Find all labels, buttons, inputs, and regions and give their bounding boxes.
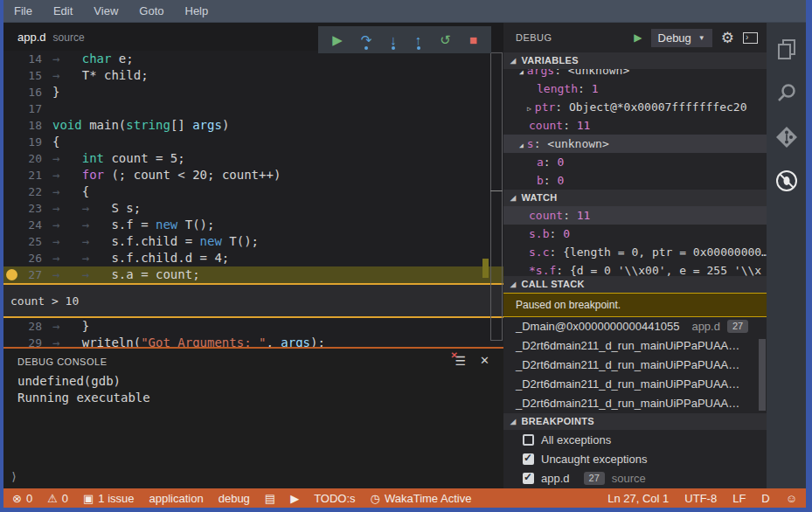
- callstack-frame-2[interactable]: _D2rt6dmain211_d_run_mainUiPPaPUAA…: [503, 356, 767, 375]
- status-warning-count[interactable]: ⚠0: [47, 492, 68, 505]
- gutter-18[interactable]: 18: [3, 117, 52, 134]
- checkbox-unchecked[interactable]: [523, 434, 534, 446]
- status-document[interactable]: ▤: [265, 493, 275, 504]
- variables-section-header[interactable]: ◢ VARIABLES: [503, 52, 767, 69]
- status-utf-8[interactable]: UTF-8: [684, 492, 717, 505]
- gutter-27[interactable]: 27: [3, 266, 52, 283]
- callstack-frame-0[interactable]: _Dmain@0x0000000000441055app.d27: [503, 317, 767, 336]
- step-out-icon[interactable]: ↑: [415, 33, 422, 46]
- start-debug-icon[interactable]: ▶: [634, 31, 642, 44]
- code-line-25[interactable]: 25→ → s.f.child = new T();: [3, 233, 503, 250]
- status-d[interactable]: D: [761, 492, 769, 505]
- status-lf[interactable]: LF: [732, 492, 746, 505]
- status-error-count[interactable]: ⊗0: [12, 492, 32, 505]
- restart-icon[interactable]: ↺: [440, 33, 451, 46]
- editor-scrollbar[interactable]: [490, 52, 503, 341]
- step-into-icon[interactable]: ↓: [390, 33, 397, 46]
- checkbox-checked[interactable]: [523, 473, 534, 484]
- code-line-15[interactable]: 15→ T* child;: [3, 67, 503, 84]
- clear-console-icon[interactable]: ☰✕: [455, 355, 467, 367]
- debug-config-dropdown[interactable]: Debug ▼: [651, 29, 712, 47]
- expanded-triangle-icon[interactable]: ◢: [519, 142, 527, 149]
- gutter-16[interactable]: 16: [3, 84, 52, 100]
- callstack-section-header[interactable]: ◢ CALL STACK: [503, 276, 767, 293]
- status-debug[interactable]: debug: [219, 492, 250, 505]
- status-run[interactable]: ▶: [290, 493, 299, 504]
- watch-section-header[interactable]: ◢ WATCH: [503, 190, 767, 206]
- callstack-frame-4[interactable]: _D2rt6dmain211_d_run_mainUiPPaPUAA…: [503, 394, 767, 413]
- gutter-19[interactable]: 19: [3, 134, 52, 150]
- gutter-14[interactable]: 14: [3, 51, 52, 67]
- variable-row-a[interactable]: a: 0: [503, 153, 767, 171]
- status-todo-s[interactable]: TODO:s: [314, 492, 355, 505]
- gutter-23[interactable]: 23: [3, 200, 52, 217]
- step-over-icon[interactable]: ↷: [361, 33, 372, 46]
- menu-item-goto[interactable]: Goto: [139, 4, 163, 17]
- gutter-15[interactable]: 15: [3, 67, 52, 84]
- code-line-19[interactable]: 19{: [3, 134, 503, 150]
- code-line-18[interactable]: 18void main(string[] args): [3, 117, 503, 134]
- open-console-icon[interactable]: ›: [743, 32, 758, 44]
- gutter-20[interactable]: 20: [3, 150, 52, 167]
- gutter-22[interactable]: 22: [3, 183, 52, 200]
- code-line-28[interactable]: 28→ }: [3, 318, 503, 335]
- watch-row-s-c[interactable]: s.c: {length = 0, ptr = 0x00000000…: [503, 243, 767, 261]
- breakpoint-row-all-exceptions[interactable]: All exceptions: [503, 430, 767, 449]
- breakpoint-row-uncaught-exceptions[interactable]: Uncaught exceptions: [503, 449, 767, 468]
- code-line-16[interactable]: 16}: [3, 84, 503, 100]
- variable-row-length[interactable]: length: 1: [503, 80, 767, 98]
- code-editor[interactable]: 14→ char e;15→ T* child;16}1718void main…: [3, 51, 503, 347]
- variable-row-args[interactable]: ◢args: <unknown>: [503, 69, 767, 80]
- variable-row-ptr[interactable]: ▷ptr: Object@*0x00007fffffffec20: [503, 98, 767, 116]
- code-line-21[interactable]: 21→ for (; count < 20; count++): [3, 167, 503, 183]
- code-line-17[interactable]: 17: [3, 100, 503, 117]
- stop-icon[interactable]: ■: [469, 33, 477, 46]
- callstack-frame-3[interactable]: _D2rt6dmain211_d_run_mainUiPPaPUAA…: [503, 375, 767, 394]
- status-issues[interactable]: ▣1 issue: [83, 492, 135, 505]
- code-line-26[interactable]: 26→ → s.f.child.d = 4;: [3, 250, 503, 266]
- files-icon[interactable]: [774, 37, 800, 63]
- status-clock[interactable]: ◷WakaTime Active: [371, 492, 472, 505]
- gutter-24[interactable]: 24: [3, 217, 52, 233]
- gutter-29[interactable]: 29: [3, 335, 52, 347]
- watch-row-s-f[interactable]: *s.f: {d = 0 '\\x00', e = 255 '\\x: [503, 261, 767, 276]
- panel-scrollbar-thumb[interactable]: [759, 339, 766, 411]
- gear-icon[interactable]: ⚙: [721, 29, 734, 47]
- status-application[interactable]: application: [149, 492, 204, 505]
- close-icon[interactable]: ✕: [480, 354, 489, 367]
- menu-item-view[interactable]: View: [94, 4, 118, 17]
- checkbox-checked[interactable]: [523, 453, 534, 465]
- gutter-17[interactable]: 17: [3, 100, 52, 117]
- code-line-20[interactable]: 20→ int count = 5;: [3, 150, 503, 167]
- breakpoint-condition-widget[interactable]: count > 10: [3, 283, 503, 318]
- breakpoint-row-app-d[interactable]: app.d27source: [503, 468, 767, 488]
- expanded-triangle-icon[interactable]: ◢: [519, 69, 527, 76]
- gutter-25[interactable]: 25: [3, 233, 52, 250]
- debug-icon[interactable]: [774, 168, 800, 194]
- git-icon[interactable]: [774, 124, 800, 150]
- menu-item-edit[interactable]: Edit: [53, 4, 73, 17]
- continue-icon[interactable]: ▶: [332, 33, 343, 46]
- tab-app-d[interactable]: app.d source: [3, 31, 85, 44]
- code-line-24[interactable]: 24→ → s.f = new T();: [3, 217, 503, 233]
- variable-row-s[interactable]: ◢s: <unknown>: [503, 135, 767, 153]
- code-line-22[interactable]: 22→ {: [3, 183, 503, 200]
- breakpoints-section-header[interactable]: ◢ BREAKPOINTS: [503, 413, 767, 430]
- status-smiley[interactable]: ☺: [786, 493, 797, 504]
- menu-item-help[interactable]: Help: [185, 4, 209, 17]
- gutter-28[interactable]: 28: [3, 318, 52, 335]
- collapsed-triangle-icon[interactable]: ▷: [527, 105, 535, 113]
- variable-row-count[interactable]: count: 11: [503, 116, 767, 135]
- gutter-26[interactable]: 26: [3, 250, 52, 266]
- search-icon[interactable]: [774, 80, 800, 107]
- console-prompt-chevron[interactable]: ⟩: [10, 470, 17, 483]
- watch-row-count[interactable]: count: 11: [503, 206, 767, 225]
- code-line-27[interactable]: 27→ → s.a = count;: [3, 266, 503, 283]
- gutter-21[interactable]: 21: [3, 167, 52, 183]
- code-line-23[interactable]: 23→ → S s;: [3, 200, 503, 217]
- status-ln-27-col-1[interactable]: Ln 27, Col 1: [607, 492, 669, 505]
- breakpoint-icon[interactable]: [6, 269, 17, 280]
- callstack-frame-1[interactable]: _D2rt6dmain211_d_run_mainUiPPaPUAA…: [503, 336, 767, 356]
- variable-row-b[interactable]: b: 0: [503, 171, 767, 190]
- code-line-29[interactable]: 29→ writeln("Got Arguments: ", args);: [3, 335, 503, 347]
